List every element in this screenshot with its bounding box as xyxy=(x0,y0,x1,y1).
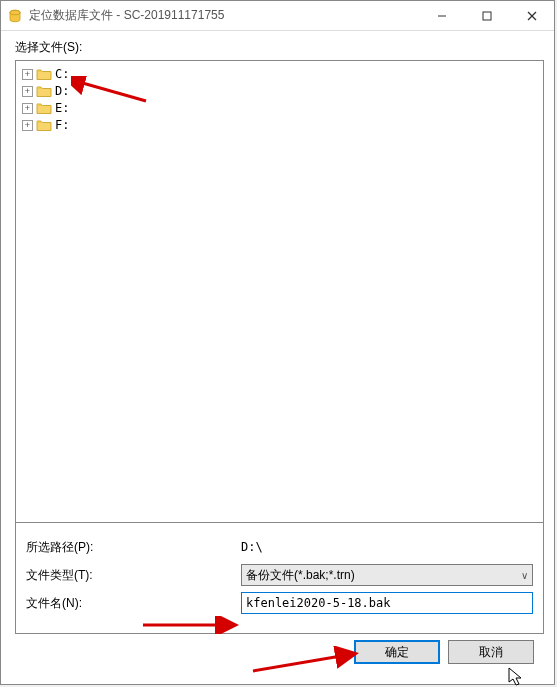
svg-rect-3 xyxy=(483,12,491,20)
folder-icon xyxy=(36,67,52,81)
cancel-button[interactable]: 取消 xyxy=(448,640,534,664)
drive-label: D: xyxy=(55,84,69,98)
folder-icon xyxy=(36,101,52,115)
folder-icon xyxy=(36,84,52,98)
titlebar: 定位数据库文件 - SC-201911171755 xyxy=(1,1,554,31)
content-area: 选择文件(S): + C: + D: + E: + F: xyxy=(1,31,554,684)
file-name-input[interactable] xyxy=(241,592,533,614)
tree-item-d[interactable]: + D: xyxy=(22,83,541,99)
locate-db-file-dialog: 定位数据库文件 - SC-201911171755 选择文件(S): + C: … xyxy=(0,0,555,685)
buttons-row: 确定 取消 xyxy=(15,634,544,674)
tree-item-f[interactable]: + F: xyxy=(22,117,541,133)
file-type-label: 文件类型(T): xyxy=(26,567,111,584)
maximize-button[interactable] xyxy=(464,1,509,30)
selected-path-label: 所选路径(P): xyxy=(26,539,111,556)
expand-icon[interactable]: + xyxy=(22,120,33,131)
expand-icon[interactable]: + xyxy=(22,69,33,80)
file-type-value: 备份文件(*.bak;*.trn) xyxy=(246,567,355,584)
drive-tree[interactable]: + C: + D: + E: + F: xyxy=(15,60,544,523)
selected-path-value: D:\ xyxy=(241,540,263,554)
file-type-select[interactable]: 备份文件(*.bak;*.trn) ∨ xyxy=(241,564,533,586)
file-type-row: 文件类型(T): 备份文件(*.bak;*.trn) ∨ xyxy=(26,563,533,587)
selected-path-row: 所选路径(P): D:\ xyxy=(26,535,533,559)
chevron-down-icon: ∨ xyxy=(521,570,528,581)
bottom-panel: 所选路径(P): D:\ 文件类型(T): 备份文件(*.bak;*.trn) … xyxy=(15,523,544,634)
drive-label: F: xyxy=(55,118,69,132)
ok-button[interactable]: 确定 xyxy=(354,640,440,664)
select-files-label: 选择文件(S): xyxy=(15,39,544,56)
expand-icon[interactable]: + xyxy=(22,86,33,97)
folder-icon xyxy=(36,118,52,132)
window-title: 定位数据库文件 - SC-201911171755 xyxy=(29,7,419,24)
minimize-button[interactable] xyxy=(419,1,464,30)
expand-icon[interactable]: + xyxy=(22,103,33,114)
tree-item-c[interactable]: + C: xyxy=(22,66,541,82)
file-name-label: 文件名(N): xyxy=(26,595,111,612)
app-icon xyxy=(7,8,23,24)
file-name-row: 文件名(N): xyxy=(26,591,533,615)
close-button[interactable] xyxy=(509,1,554,30)
drive-label: C: xyxy=(55,67,69,81)
drive-label: E: xyxy=(55,101,69,115)
tree-item-e[interactable]: + E: xyxy=(22,100,541,116)
